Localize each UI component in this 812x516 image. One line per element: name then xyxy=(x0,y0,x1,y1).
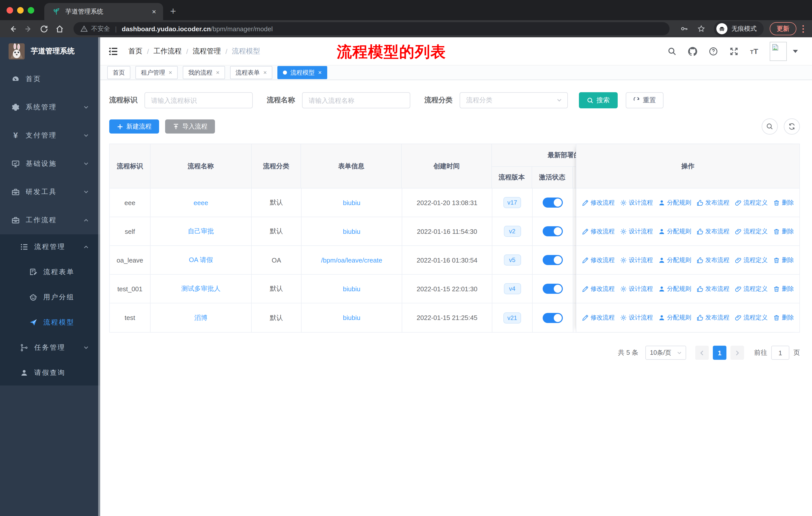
search-icon[interactable] xyxy=(668,47,676,56)
action-assign-link[interactable]: 分配规则 xyxy=(659,314,691,322)
current-page-button[interactable]: 1 xyxy=(713,346,726,360)
tab-process-model[interactable]: 流程模型× xyxy=(278,66,327,79)
sidebar-item-leave-query[interactable]: 请假查询 xyxy=(0,360,100,385)
tab-close-icon[interactable]: × xyxy=(169,70,172,76)
import-process-button[interactable]: 导入流程 xyxy=(165,119,215,134)
action-publish-link[interactable]: 发布流程 xyxy=(697,198,729,207)
action-assign-link[interactable]: 分配规则 xyxy=(659,284,691,293)
sidebar-item-devtools[interactable]: 研发工具 xyxy=(0,178,100,206)
github-icon[interactable] xyxy=(688,47,697,56)
forward-icon[interactable] xyxy=(24,24,33,33)
tab-close-icon[interactable]: × xyxy=(318,70,322,76)
process-name-link[interactable]: eeee xyxy=(194,199,208,206)
tab-my-process[interactable]: 我的流程× xyxy=(183,66,225,79)
action-modify-link[interactable]: 修改流程 xyxy=(582,256,615,264)
action-definition-link[interactable]: 流程定义 xyxy=(735,314,768,322)
active-toggle[interactable] xyxy=(543,255,563,265)
action-publish-link[interactable]: 发布流程 xyxy=(697,256,729,264)
app-logo-row[interactable]: 芋道管理系统 xyxy=(0,37,100,65)
action-modify-link[interactable]: 修改流程 xyxy=(582,284,615,293)
sidebar-item-system[interactable]: 系统管理 xyxy=(0,93,100,121)
window-controls[interactable] xyxy=(0,0,40,20)
user-avatar[interactable] xyxy=(770,42,798,61)
action-definition-link[interactable]: 流程定义 xyxy=(735,227,768,236)
form-info-link[interactable]: /bpm/oa/leave/create xyxy=(321,256,382,264)
action-design-link[interactable]: 设计流程 xyxy=(620,198,653,207)
process-name-link[interactable]: 自己审批 xyxy=(188,227,214,236)
refresh-table-button[interactable] xyxy=(784,118,800,135)
font-size-icon[interactable]: TT xyxy=(750,47,758,55)
filter-category-select[interactable]: 流程分类 xyxy=(460,92,568,108)
action-delete-link[interactable]: 删除 xyxy=(773,198,794,207)
refresh-icon[interactable] xyxy=(40,24,48,33)
back-icon[interactable] xyxy=(8,24,17,33)
reset-button[interactable]: 重置 xyxy=(626,92,664,108)
process-name-link[interactable]: 测试多审批人 xyxy=(181,284,221,293)
action-design-link[interactable]: 设计流程 xyxy=(620,227,653,236)
form-info-link[interactable]: biubiu xyxy=(343,285,360,293)
action-definition-link[interactable]: 流程定义 xyxy=(735,284,768,293)
active-toggle[interactable] xyxy=(543,226,563,236)
action-assign-link[interactable]: 分配规则 xyxy=(659,256,691,264)
form-info-link[interactable]: biubiu xyxy=(343,227,360,235)
process-name-link[interactable]: 滔博 xyxy=(194,313,207,322)
action-delete-link[interactable]: 删除 xyxy=(773,314,794,322)
process-name-link[interactable]: OA 请假 xyxy=(189,255,213,265)
action-delete-link[interactable]: 删除 xyxy=(773,256,794,264)
active-toggle[interactable] xyxy=(543,313,563,323)
active-toggle[interactable] xyxy=(543,284,563,294)
action-delete-link[interactable]: 删除 xyxy=(773,284,794,293)
new-tab-button[interactable]: + xyxy=(170,6,176,16)
sidebar-item-process-manage[interactable]: 流程管理 xyxy=(0,234,100,260)
active-toggle[interactable] xyxy=(543,197,563,208)
action-publish-link[interactable]: 发布流程 xyxy=(697,227,729,236)
sidebar-item-workflow[interactable]: 工作流程 xyxy=(0,206,100,234)
browser-tab[interactable]: 芋道管理系统 × xyxy=(44,3,163,20)
breadcrumb-item[interactable]: 流程管理 xyxy=(193,47,221,56)
minimize-window-button[interactable] xyxy=(17,7,24,13)
sidebar-item-home[interactable]: 首页 xyxy=(0,65,100,93)
form-info-link[interactable]: biubiu xyxy=(343,314,360,322)
sidebar-item-payment[interactable]: ¥支付管理 xyxy=(0,121,100,150)
goto-page-input[interactable] xyxy=(771,346,789,360)
update-button[interactable]: 更新 xyxy=(770,22,796,35)
sidebar-item-infra[interactable]: 基础设施 xyxy=(0,150,100,178)
zoom-window-button[interactable] xyxy=(28,7,34,13)
browser-menu-icon[interactable] xyxy=(803,25,804,32)
sidebar-item-user-group[interactable]: 用户分组 xyxy=(0,285,100,310)
action-assign-link[interactable]: 分配规则 xyxy=(659,198,691,207)
action-definition-link[interactable]: 流程定义 xyxy=(735,256,768,264)
tab-tenant[interactable]: 租户管理× xyxy=(136,66,178,79)
action-design-link[interactable]: 设计流程 xyxy=(620,284,653,293)
action-modify-link[interactable]: 修改流程 xyxy=(582,198,615,207)
next-page-button[interactable] xyxy=(730,346,744,360)
page-size-select[interactable]: 10条/页 xyxy=(645,346,686,360)
fullscreen-icon[interactable] xyxy=(729,47,738,56)
form-info-link[interactable]: biubiu xyxy=(343,199,360,206)
prev-page-button[interactable] xyxy=(695,346,709,360)
home-icon[interactable] xyxy=(55,24,64,33)
action-definition-link[interactable]: 流程定义 xyxy=(735,198,768,207)
security-label[interactable]: 不安全 xyxy=(91,24,110,33)
tab-close-icon[interactable]: × xyxy=(216,70,220,76)
filter-name-input[interactable] xyxy=(302,92,410,108)
tab-home[interactable]: 首页 xyxy=(107,66,130,79)
sidebar-item-process-model[interactable]: 流程模型 xyxy=(0,310,100,335)
action-assign-link[interactable]: 分配规则 xyxy=(659,227,691,236)
collapse-sidebar-icon[interactable] xyxy=(108,46,118,56)
tab-process-form[interactable]: 流程表单× xyxy=(230,66,272,79)
tab-close-icon[interactable]: × xyxy=(150,7,158,16)
breadcrumb-item[interactable]: 首页 xyxy=(128,47,142,56)
action-publish-link[interactable]: 发布流程 xyxy=(697,284,729,293)
sidebar-item-process-form[interactable]: 流程表单 xyxy=(0,260,100,285)
tab-close-icon[interactable]: × xyxy=(263,70,267,76)
filter-id-input[interactable] xyxy=(144,92,253,108)
password-key-icon[interactable] xyxy=(680,25,688,33)
action-delete-link[interactable]: 删除 xyxy=(773,227,794,236)
create-process-button[interactable]: 新建流程 xyxy=(109,119,159,134)
action-design-link[interactable]: 设计流程 xyxy=(620,314,653,322)
sidebar-item-task-manage[interactable]: 任务管理 xyxy=(0,335,100,360)
bookmark-star-icon[interactable] xyxy=(697,25,705,33)
action-publish-link[interactable]: 发布流程 xyxy=(697,314,729,322)
action-modify-link[interactable]: 修改流程 xyxy=(582,314,615,322)
